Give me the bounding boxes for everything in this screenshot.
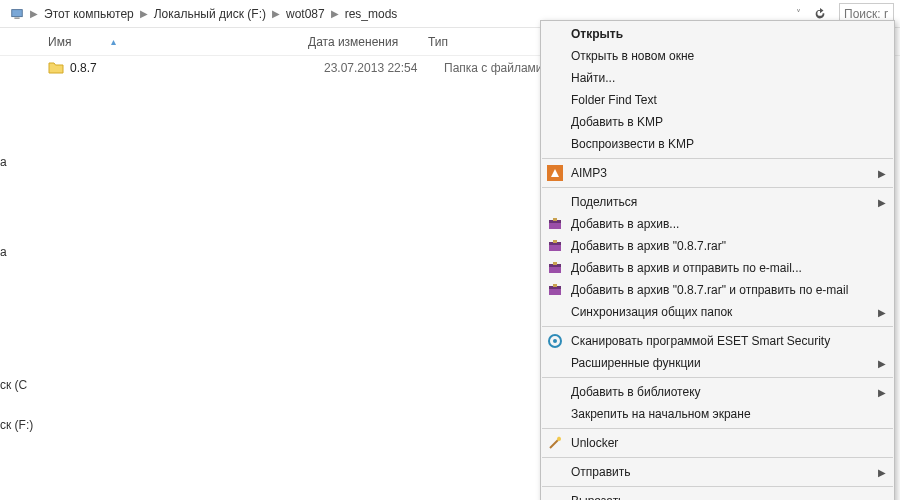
menu-add-archive-named[interactable]: Добавить в архив "0.8.7.rar" [541, 235, 894, 257]
winrar-icon [547, 282, 563, 298]
menu-add-library[interactable]: Добавить в библиотеку ▶ [541, 381, 894, 403]
computer-icon [10, 7, 24, 21]
menu-eset-scan[interactable]: Сканировать программой ESET Smart Securi… [541, 330, 894, 352]
file-date: 23.07.2013 22:54 [324, 61, 444, 75]
folder-icon [48, 60, 64, 76]
svg-rect-0 [12, 9, 23, 16]
menu-separator [542, 428, 893, 429]
menu-add-archive[interactable]: Добавить в архив... [541, 213, 894, 235]
menu-open[interactable]: Открыть [541, 23, 894, 45]
menu-separator [542, 158, 893, 159]
menu-folder-find-text[interactable]: Folder Find Text [541, 89, 894, 111]
menu-sync-folders[interactable]: Синхронизация общих папок ▶ [541, 301, 894, 323]
menu-add-archive-email[interactable]: Добавить в архив и отправить по e-mail..… [541, 257, 894, 279]
breadcrumb-item[interactable]: wot087 [286, 7, 325, 21]
menu-share[interactable]: Поделиться ▶ [541, 191, 894, 213]
svg-rect-8 [553, 240, 557, 243]
eset-icon [547, 333, 563, 349]
dropdown-icon[interactable]: ˅ [796, 8, 801, 19]
chevron-right-icon: ▶ [878, 307, 886, 318]
menu-play-kmp[interactable]: Воспроизвести в KMP [541, 133, 894, 155]
column-name[interactable]: Имя [48, 35, 71, 49]
winrar-icon [547, 260, 563, 276]
context-menu: Открыть Открыть в новом окне Найти... Fo… [540, 20, 895, 500]
chevron-right-icon: ▶ [878, 197, 886, 208]
menu-cut[interactable]: Вырезать [541, 490, 894, 500]
menu-send[interactable]: Отправить ▶ [541, 461, 894, 483]
menu-find[interactable]: Найти... [541, 67, 894, 89]
column-date[interactable]: Дата изменения [308, 35, 428, 49]
menu-separator [542, 187, 893, 188]
svg-point-16 [553, 339, 557, 343]
menu-separator [542, 377, 893, 378]
chevron-right-icon: ▶ [272, 8, 280, 19]
menu-separator [542, 326, 893, 327]
sidebar-fragment: а [0, 245, 7, 259]
svg-rect-5 [553, 218, 557, 221]
unlocker-wand-icon [547, 435, 563, 451]
chevron-right-icon: ▶ [878, 467, 886, 478]
menu-eset-advanced[interactable]: Расширенные функции ▶ [541, 352, 894, 374]
file-name: 0.8.7 [70, 61, 324, 75]
sidebar-fragment: а [0, 155, 7, 169]
chevron-right-icon: ▶ [331, 8, 339, 19]
menu-add-archive-named-email[interactable]: Добавить в архив "0.8.7.rar" и отправить… [541, 279, 894, 301]
menu-separator [542, 457, 893, 458]
chevron-right-icon: ▶ [30, 8, 38, 19]
chevron-right-icon: ▶ [140, 8, 148, 19]
svg-rect-11 [553, 262, 557, 265]
breadcrumb-item[interactable]: res_mods [345, 7, 398, 21]
chevron-right-icon: ▶ [878, 358, 886, 369]
aimp-icon [547, 165, 563, 181]
winrar-icon [547, 238, 563, 254]
menu-unlocker[interactable]: Unlocker [541, 432, 894, 454]
chevron-right-icon: ▶ [878, 168, 886, 179]
menu-aimp[interactable]: AIMP3 ▶ [541, 162, 894, 184]
chevron-right-icon: ▶ [878, 387, 886, 398]
sidebar-fragment: ск (F:) [0, 418, 33, 432]
menu-open-new-window[interactable]: Открыть в новом окне [541, 45, 894, 67]
sidebar-fragment: ск (C [0, 378, 27, 392]
menu-separator [542, 486, 893, 487]
sort-asc-icon: ▴ [111, 36, 116, 47]
menu-pin-start[interactable]: Закрепить на начальном экране [541, 403, 894, 425]
menu-add-kmp[interactable]: Добавить в KMP [541, 111, 894, 133]
svg-rect-14 [553, 284, 557, 287]
breadcrumb-item[interactable]: Локальный диск (F:) [154, 7, 266, 21]
svg-rect-1 [14, 17, 19, 18]
breadcrumb-item[interactable]: Этот компьютер [44, 7, 134, 21]
winrar-icon [547, 216, 563, 232]
svg-line-17 [550, 440, 558, 448]
